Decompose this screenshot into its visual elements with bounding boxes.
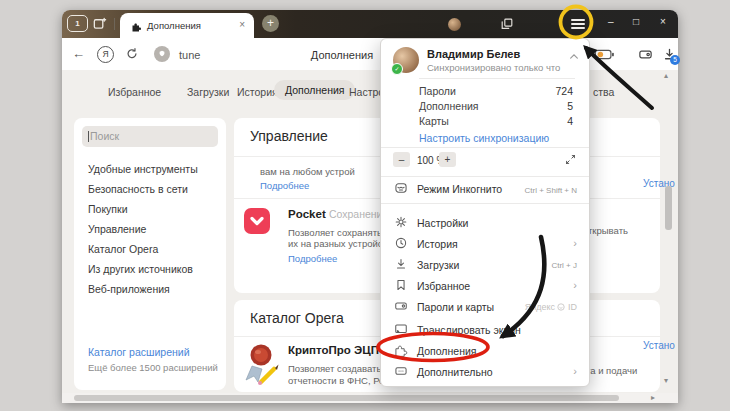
back-button[interactable]: ← (72, 46, 85, 61)
pocket-details-link[interactable]: Подробнее (288, 253, 337, 264)
address-bar-url[interactable]: tune (179, 49, 200, 61)
cast-screen-icon (394, 322, 408, 336)
bookmark-icon (394, 278, 408, 292)
extensions-catalog-note: Ещё более 1500 расширений (88, 362, 218, 373)
vertical-scrollbar-thumb[interactable] (665, 186, 672, 230)
sidebar-item-webapps[interactable]: Веб-приложения (88, 283, 170, 295)
page-nav-settings-clipped[interactable]: Настро (349, 86, 384, 98)
chevron-up-icon[interactable] (569, 53, 579, 60)
pocket-desc-line1: Позволяет сохранять (288, 227, 382, 238)
browser-main-menu: ✓ Владимир Белев Синхронизировано только… (380, 38, 590, 387)
install-link-clipped[interactable]: Устано (643, 340, 675, 351)
sidebar-item-manage[interactable]: Управление (88, 223, 146, 235)
text-caret (88, 131, 89, 142)
search-placeholder: Поиск (90, 130, 119, 142)
user-name: Владимир Белев (427, 48, 520, 60)
zoom-in-button[interactable]: + (439, 152, 456, 167)
menu-item-favorites[interactable]: Избранное (417, 280, 470, 292)
user-avatar[interactable]: ✓ (393, 47, 419, 73)
menu-item-incognito[interactable]: Режим Инкогнито (417, 183, 502, 195)
profile-avatar[interactable] (448, 18, 461, 31)
tabs-panel-icon[interactable] (500, 17, 514, 31)
partial-extension-text: вам на любом устрой (260, 166, 355, 177)
horizontal-scrollbar-thumb[interactable] (74, 395, 619, 401)
opera-catalog-title: Каталог Opera (250, 310, 344, 326)
protect-shield-icon[interactable] (154, 46, 170, 62)
battery-saver-icon[interactable] (594, 49, 615, 60)
menu-item-addons[interactable]: Дополнения (417, 345, 476, 357)
chevron-right-icon: › (573, 238, 577, 248)
downloads-shortcut: Ctrl + J (551, 261, 577, 270)
hamburger-menu-button[interactable] (567, 17, 589, 32)
stat-addons-label[interactable]: Дополнения (419, 100, 478, 112)
refresh-icon[interactable] (125, 47, 139, 61)
sidebar-item-opera-catalog[interactable]: Каталог Opera (88, 243, 158, 255)
minimize-button[interactable]: – (608, 16, 614, 27)
pocket-title[interactable]: Pocket Сохранени (288, 208, 382, 220)
home-tableau-button[interactable]: 1 (67, 15, 88, 32)
text-fragment: ткрывать (588, 225, 628, 236)
downloads-count-badge: 5 (670, 55, 680, 65)
active-tab[interactable]: Дополнения × (120, 13, 254, 38)
close-button[interactable]: × (660, 16, 666, 27)
stat-passwords-label[interactable]: Пароли (419, 85, 456, 97)
kripto-title[interactable]: КриптоПро ЭЦП (288, 344, 379, 356)
kripto-extension-icon (242, 342, 280, 386)
kripto-desc-line1: Позволяет создавать (288, 363, 381, 374)
chevron-right-icon: › (573, 280, 577, 290)
incognito-shortcut: Ctrl + Shift + N (525, 186, 577, 195)
sync-status: Синхронизировано только что (427, 62, 560, 73)
page-nav-history[interactable]: История (237, 86, 278, 98)
pocket-extension-icon (244, 208, 270, 234)
menu-item-cast-screen[interactable]: Транслировать экран (417, 324, 521, 336)
sidebar-item-shopping[interactable]: Покупки (88, 203, 128, 215)
text-fragment: та и подачи (586, 365, 637, 376)
tab-close-icon[interactable]: × (239, 19, 245, 30)
menu-item-passwords-cards[interactable]: Пароли и карты (417, 301, 494, 313)
menu-item-advanced[interactable]: Дополнительно (417, 366, 493, 378)
sidebar-card: Поиск Удобные инструменты Безопасность в… (74, 118, 226, 390)
incognito-mask-icon (394, 181, 408, 195)
stat-cards-value: 4 (567, 115, 573, 127)
pocket-subtitle: Сохранени (329, 208, 383, 220)
scroll-down-arrow[interactable]: ▾ (664, 376, 668, 385)
tabstrip-separator (114, 18, 115, 30)
new-window-icon[interactable] (92, 16, 107, 31)
puzzle-icon (394, 343, 408, 357)
yandex-icon[interactable]: Я (97, 46, 114, 63)
chevron-right-icon: › (573, 366, 577, 376)
zoom-out-button[interactable]: – (393, 152, 410, 167)
yandex-id-watermark: Яндекс ID (525, 302, 577, 312)
download-icon (394, 257, 408, 271)
stat-addons-value: 5 (567, 100, 573, 112)
divider (419, 78, 575, 79)
configure-sync-link[interactable]: Настроить синхронизацию (419, 132, 549, 144)
menu-item-downloads[interactable]: Загрузки (417, 259, 459, 271)
menu-item-history[interactable]: История (417, 238, 458, 250)
divider (381, 203, 589, 204)
page-nav-favorites[interactable]: Избранное (108, 86, 161, 98)
sidebar-item-tools[interactable]: Удобные инструменты (88, 163, 198, 175)
scroll-right-arrow[interactable]: ▸ (651, 393, 655, 402)
page-nav-downloads[interactable]: Загрузки (187, 86, 229, 98)
details-link[interactable]: Подробнее (260, 180, 309, 191)
wallet-icon (394, 299, 408, 313)
page-nav-addons-active[interactable]: Дополнения (274, 80, 355, 100)
stat-cards-label[interactable]: Карты (419, 115, 449, 127)
search-input[interactable]: Поиск (82, 126, 218, 147)
page-nav-devices-clipped[interactable]: ства (593, 86, 614, 98)
extensions-catalog-link[interactable]: Каталог расширений (88, 346, 190, 358)
sidebar-item-other-sources[interactable]: Из других источников (88, 263, 193, 275)
scroll-up-arrow[interactable]: ▴ (664, 71, 668, 80)
new-tab-button[interactable]: + (262, 15, 279, 32)
more-icon (394, 364, 408, 378)
downloads-icon[interactable]: 5 (662, 47, 677, 62)
divider (381, 176, 589, 177)
wallet-icon[interactable] (638, 47, 653, 62)
fullscreen-icon[interactable] (564, 153, 577, 166)
sidebar-item-security[interactable]: Безопасность в сети (88, 183, 188, 195)
tab-title: Дополнения (120, 20, 228, 31)
horizontal-scrollbar[interactable]: ▸ (62, 393, 678, 403)
menu-item-settings[interactable]: Настройки (417, 217, 469, 229)
maximize-button[interactable]: □ (633, 16, 639, 27)
